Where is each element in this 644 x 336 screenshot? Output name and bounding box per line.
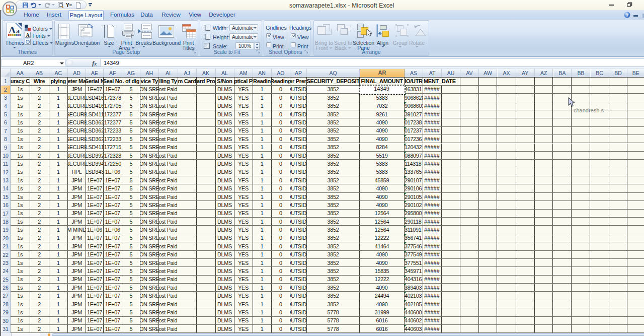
svg-text:a: a: [16, 27, 20, 35]
svg-text:A: A: [9, 25, 16, 35]
svg-text:A: A: [26, 32, 30, 38]
svg-text:?: ?: [626, 12, 629, 17]
